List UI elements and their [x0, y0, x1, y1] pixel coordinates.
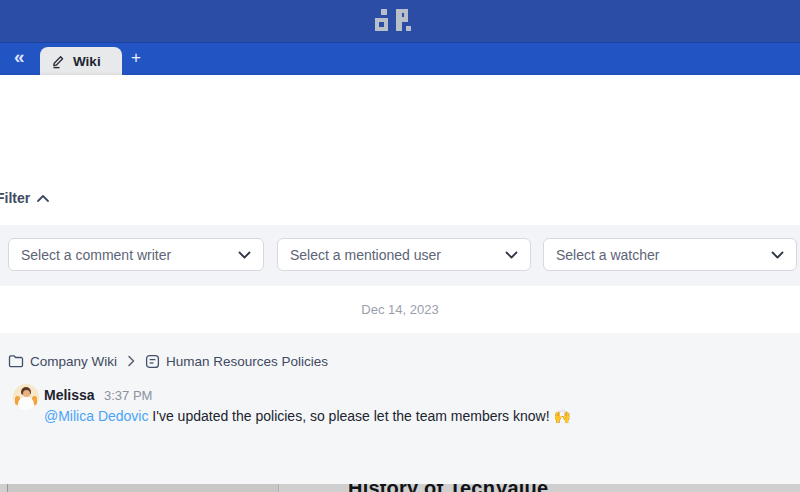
date-separator-label: Dec 14, 2023 [361, 302, 438, 317]
watcher-select[interactable]: Select a watcher [543, 238, 797, 271]
comment-writer-select[interactable]: Select a comment writer [8, 238, 264, 271]
tab-wiki-label: Wiki [73, 54, 101, 69]
collapse-sidebar-button[interactable]: « [14, 46, 23, 68]
edit-pencil-icon [51, 54, 66, 69]
page-note-icon [145, 354, 160, 369]
chevron-down-icon [238, 251, 251, 259]
chevron-down-icon [505, 251, 518, 259]
chevron-up-icon[interactable] [36, 194, 50, 203]
chevron-down-icon [771, 251, 784, 259]
cake-pixel-logo-icon [375, 7, 411, 35]
comments-filter-panel: Filter Select a comment writer Select a … [0, 75, 800, 409]
app-window: « Wiki + Filter Select a comment writer … [0, 0, 800, 492]
filter-section-title[interactable]: Filter [0, 190, 30, 206]
mentioned-user-placeholder: Select a mentioned user [290, 247, 441, 263]
tab-bar: « Wiki + [0, 42, 800, 75]
breadcrumb-page-label[interactable]: Human Resources Policies [166, 354, 328, 369]
chevron-right-icon [127, 355, 135, 367]
watcher-placeholder: Select a watcher [556, 247, 660, 263]
folder-icon [8, 354, 24, 368]
comment-writer-placeholder: Select a comment writer [21, 247, 171, 263]
breadcrumb: Company Wiki Human Resources Policies [8, 351, 328, 371]
date-separator: Dec 14, 2023 [0, 286, 800, 333]
comment-text: @Milica Dedovic I've updated the policie… [44, 408, 784, 424]
comment-timestamp: 3:37 PM [104, 388, 152, 403]
avatar[interactable] [13, 384, 39, 410]
tab-wiki[interactable]: Wiki [40, 47, 122, 76]
user-mention-link[interactable]: @Milica Dedovic [44, 408, 148, 424]
new-tab-button[interactable]: + [131, 48, 141, 68]
mentioned-user-select[interactable]: Select a mentioned user [277, 238, 531, 271]
top-brand-bar [0, 0, 800, 42]
comment-author[interactable]: Melissa [44, 387, 95, 403]
comment-body: I've updated the policies, so please let… [148, 408, 570, 424]
breadcrumb-folder-label[interactable]: Company Wiki [30, 354, 117, 369]
